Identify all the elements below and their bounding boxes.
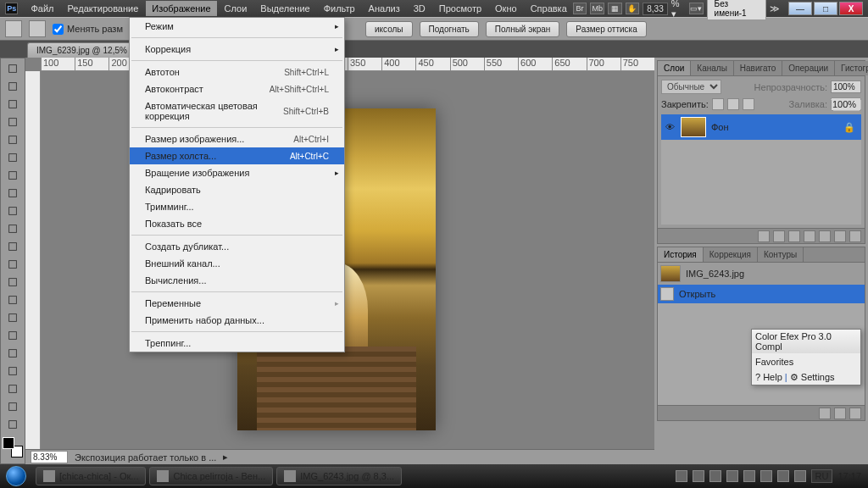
plugin-favorites[interactable]: Favorites <box>755 357 793 367</box>
pen-tool[interactable] <box>3 309 23 325</box>
history-step[interactable]: Открыть <box>658 285 865 303</box>
clock[interactable]: 17:17 <box>837 471 861 481</box>
status-chevron-icon[interactable]: ▸ <box>223 452 228 463</box>
menu-item[interactable]: АвтоконтрастAlt+Shift+Ctrl+L <box>130 80 344 97</box>
tab-paths[interactable]: Контуры <box>758 247 804 262</box>
blur-tool[interactable] <box>3 274 23 290</box>
plugin-settings-link[interactable]: ⚙ Settings <box>790 372 835 382</box>
window-close-button[interactable]: X <box>839 2 863 15</box>
opacity-field[interactable] <box>831 80 861 93</box>
hand-tool[interactable] <box>3 398 23 414</box>
language-indicator[interactable]: RU <box>811 469 833 483</box>
menu-item[interactable]: Автоматическая цветовая коррекцияShift+C… <box>130 97 344 125</box>
menu-item[interactable]: Создать дубликат... <box>130 238 344 255</box>
tray-icon[interactable] <box>777 470 789 482</box>
layer-thumbnail[interactable] <box>681 117 706 137</box>
wand-tool[interactable] <box>3 114 23 130</box>
menu-item[interactable]: Коррекция <box>130 41 344 58</box>
type-tool[interactable] <box>3 327 23 343</box>
new-snapshot-icon[interactable] <box>834 408 846 419</box>
new-doc-from-state-icon[interactable] <box>819 408 831 419</box>
heal-tool[interactable] <box>3 167 23 183</box>
hand-icon[interactable]: ✋ <box>626 3 640 14</box>
shape-tool[interactable] <box>3 363 23 379</box>
zoom-input[interactable] <box>31 451 68 463</box>
layer-mask-icon[interactable] <box>788 230 800 242</box>
delete-layer-icon[interactable] <box>849 230 861 242</box>
color-swatches[interactable] <box>3 437 23 458</box>
menu-item[interactable]: Тримминг... <box>130 198 344 215</box>
tab-actions[interactable]: Операции <box>782 61 835 75</box>
menu-item[interactable]: Режим <box>130 18 344 35</box>
menu-layer[interactable]: Слои <box>219 1 253 16</box>
tab-channels[interactable]: Каналы <box>691 61 734 75</box>
menu-filter[interactable]: Фильтр <box>318 1 361 16</box>
menu-analysis[interactable]: Анализ <box>363 1 406 16</box>
menu-select[interactable]: Выделение <box>254 1 315 16</box>
blend-mode-select[interactable]: Обычные <box>661 80 721 94</box>
window-minimize-button[interactable]: — <box>788 2 812 15</box>
menu-3d[interactable]: 3D <box>408 1 431 16</box>
task-item[interactable]: [chica-chica] - Ок... <box>36 467 146 485</box>
full-screen-button[interactable]: Полный экран <box>486 21 560 37</box>
group-icon[interactable] <box>819 230 831 242</box>
tab-history[interactable]: История <box>658 247 704 262</box>
fit-screen-button[interactable]: Подогнать <box>420 21 479 37</box>
path-select-tool[interactable] <box>3 345 23 361</box>
layer-row[interactable]: 👁 Фон 🔒 <box>661 114 861 140</box>
tray-icon[interactable] <box>743 470 755 482</box>
menu-item[interactable]: Размер холста...Alt+Ctrl+C <box>130 147 344 164</box>
history-brush-tool[interactable] <box>3 220 23 236</box>
tray-icon[interactable] <box>676 470 687 482</box>
actual-pixels-button[interactable]: иксолы <box>365 21 413 37</box>
history-snapshot[interactable]: IMG_6243.jpg <box>658 263 865 285</box>
zoom-mode-icon[interactable] <box>29 20 46 37</box>
3d-tool[interactable] <box>3 380 23 396</box>
menu-window[interactable]: Окно <box>489 1 523 16</box>
menu-help[interactable]: Справка <box>525 1 573 16</box>
menu-item[interactable]: Вращение изображения <box>130 164 344 181</box>
crop-tool[interactable] <box>3 131 23 147</box>
tray-icon[interactable] <box>726 470 738 482</box>
tab-histogram[interactable]: Гистограм <box>835 61 868 75</box>
tray-icon[interactable] <box>693 470 704 482</box>
zoom-tool[interactable] <box>3 416 23 432</box>
stamp-tool[interactable] <box>3 202 23 219</box>
menu-item[interactable]: Размер изображения...Alt+Ctrl+I <box>130 130 344 147</box>
layers-empty-area[interactable] <box>661 140 861 225</box>
lock-pixels-icon[interactable] <box>712 98 724 110</box>
layer-style-icon[interactable] <box>773 230 785 242</box>
tab-adjustments[interactable]: Коррекция <box>704 247 758 262</box>
menu-file[interactable]: Файл <box>25 1 59 16</box>
zoom-field[interactable]: 8,33 <box>643 3 667 15</box>
screen-mode-icon[interactable]: ▭▾ <box>689 3 704 14</box>
visibility-icon[interactable]: 👁 <box>664 122 676 132</box>
tab-layers[interactable]: Слои <box>658 61 691 75</box>
menu-item[interactable]: Кадрировать <box>130 181 344 198</box>
new-layer-icon[interactable] <box>834 230 846 242</box>
tab-navigator[interactable]: Навигато <box>734 61 782 75</box>
task-item[interactable]: Chica pelirroja - Вен... <box>149 467 273 485</box>
mb-icon[interactable]: Mb <box>590 3 604 14</box>
menu-image[interactable]: Изображение <box>146 1 216 16</box>
delete-state-icon[interactable] <box>849 408 861 419</box>
start-button[interactable] <box>0 464 32 488</box>
menu-item[interactable]: Вычисления... <box>130 272 344 289</box>
menu-view[interactable]: Просмотр <box>433 1 487 16</box>
menu-edit[interactable]: Редактирование <box>62 1 145 16</box>
tool-preset-icon[interactable] <box>5 20 22 37</box>
lock-position-icon[interactable] <box>727 98 739 110</box>
eyedropper-tool[interactable] <box>3 149 23 165</box>
lasso-tool[interactable] <box>3 96 23 112</box>
fill-field[interactable] <box>831 97 861 111</box>
plugin-help-link[interactable]: ? Help <box>755 372 782 382</box>
eraser-tool[interactable] <box>3 238 23 254</box>
print-size-button[interactable]: Размер оттиска <box>566 21 646 37</box>
brush-tool[interactable] <box>3 185 23 201</box>
task-item[interactable]: IMG_6243.jpg @ 8,3... <box>276 467 402 485</box>
link-layers-icon[interactable] <box>758 230 770 242</box>
more-icon[interactable]: ≫ <box>770 3 780 14</box>
lock-all-icon[interactable] <box>743 98 754 110</box>
marquee-tool[interactable] <box>3 78 23 94</box>
move-tool[interactable] <box>3 60 23 76</box>
